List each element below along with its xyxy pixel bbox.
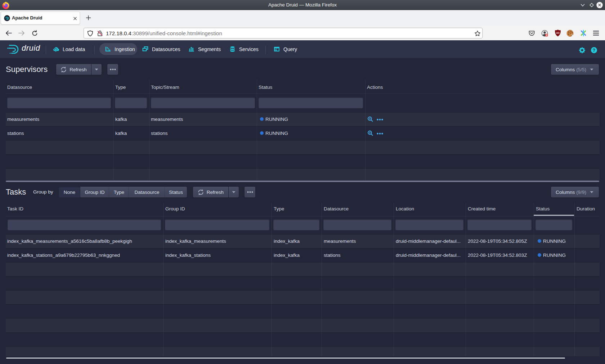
svg-text:UO: UO xyxy=(556,32,560,34)
svg-text:?: ? xyxy=(593,47,596,53)
